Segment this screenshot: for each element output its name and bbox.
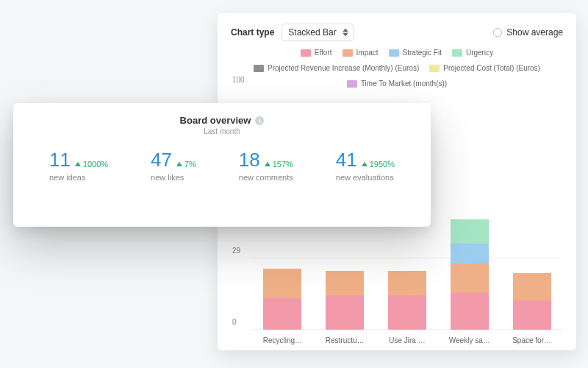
bar-stack-0 [263,269,301,330]
bar-col[interactable] [509,273,556,330]
legend: Effort Impact Strategic Fit Urgency Proj… [231,49,563,88]
bar-segment [263,269,301,298]
stat-value: 41 [336,149,357,171]
info-icon[interactable]: i [255,116,264,125]
board-overview-card: Board overview i Last month 11 1000% new… [13,103,431,227]
stat-delta: 1950% [362,160,395,169]
legend-item-impact[interactable]: Impact [343,49,379,57]
swatch-icon [452,49,462,57]
stat-new-ideas[interactable]: 11 1000% new ideas [49,149,108,182]
bar-stack-4 [513,273,551,330]
bar-segment [513,300,551,330]
swatch-icon [301,49,311,57]
stat-delta: 157% [265,160,293,169]
legend-item-projected-cost[interactable]: Projected Cost (Total) (Euros) [429,64,540,72]
stat-value: 18 [239,149,260,171]
legend-item-strategic-fit[interactable]: Strategic Fit [389,49,442,57]
stat-delta: 7% [176,160,196,169]
bar-segment [451,219,489,244]
stats-row: 11 1000% new ideas 47 7% new likes 18 15… [28,149,416,182]
bar-col[interactable] [259,269,306,330]
x-label: Restructu… [321,336,368,344]
legend-item-effort[interactable]: Effort [301,49,332,57]
bar-stack-1 [326,271,364,330]
legend-item-projected-revenue[interactable]: Projected Revenue Increase (Monthly) (Eu… [254,64,419,72]
x-label: Space for… [509,336,556,344]
stat-label: new likes [151,173,196,182]
bar-stack-2 [388,271,426,330]
chevron-updown-icon [343,29,348,37]
bar-col[interactable] [384,271,431,330]
y-tick: 0 [232,318,237,326]
y-tick-top: 100 [232,76,245,84]
controls-left: Chart type Stacked Bar [231,24,354,41]
bar-segment [388,295,426,330]
overview-header: Board overview i Last month [28,115,416,135]
bar-stack-3 [451,219,489,330]
stat-value: 47 [151,149,172,171]
bar-segment [263,298,301,330]
stat-label: new evaluations [336,173,395,182]
bar-segment [451,263,489,293]
x-label: Recycling… [259,336,306,344]
bar-col[interactable] [446,219,493,330]
chart-type-selected-value: Stacked Bar [288,27,336,38]
stat-value: 11 [49,149,71,171]
swatch-icon [389,49,399,57]
bar-segment [451,293,489,330]
stat-delta: 1000% [75,160,108,169]
stat-label: new ideas [49,173,108,182]
y-tick: 29 [232,247,240,255]
bar-col[interactable] [321,271,368,330]
stat-new-comments[interactable]: 18 157% new comments [239,149,293,182]
overview-subtitle: Last month [28,127,416,135]
bar-segment [326,271,364,295]
controls-row: Chart type Stacked Bar Show average [231,24,563,41]
swatch-icon [254,65,264,72]
bar-segment [451,244,489,263]
swatch-icon [429,65,440,72]
x-label: Use Jira … [384,336,431,344]
legend-item-urgency[interactable]: Urgency [452,49,493,57]
radio-icon [493,28,502,37]
stat-new-evaluations[interactable]: 41 1950% new evaluations [336,149,395,182]
bar-segment [326,295,364,330]
chart-type-label: Chart type [231,27,274,38]
x-label: Weekly sa… [446,336,493,344]
overview-title: Board overview i [180,115,265,126]
show-average-toggle[interactable]: Show average [493,27,563,38]
chart-type-select[interactable]: Stacked Bar [282,24,353,41]
stat-new-likes[interactable]: 47 7% new likes [151,149,196,182]
x-axis-labels: Recycling… Restructu… Use Jira … Weekly … [251,336,563,344]
show-average-label: Show average [506,27,563,38]
swatch-icon [343,49,353,57]
bar-segment [388,271,426,295]
bar-segment [513,273,551,300]
stat-label: new comments [239,173,293,182]
